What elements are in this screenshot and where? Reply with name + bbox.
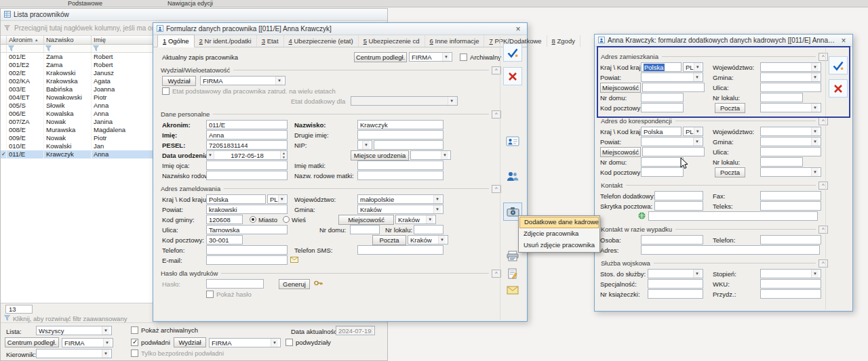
wojewodztwo-dropdown[interactable]: małopolskie▼ (357, 194, 443, 204)
nazw-rodowe-matki-field[interactable] (357, 171, 443, 180)
www-field[interactable] (648, 211, 818, 221)
kod-kraju-dropdown[interactable]: PL▼ (267, 194, 288, 204)
kod-gminy-field[interactable]: 120608 (206, 215, 243, 224)
email-field[interactable] (206, 255, 288, 265)
nazwisko-field[interactable]: Krawczyk (357, 120, 443, 129)
kor-nr-domu-field[interactable] (641, 157, 684, 167)
centrum-filter-dropdown[interactable]: FIRMA▼ (62, 338, 113, 347)
imie-matki-field[interactable] (357, 161, 443, 170)
kor-miejscowosc-button[interactable]: Miejscowość (600, 147, 641, 157)
spinner-icon[interactable]: ▲▼ (280, 151, 287, 159)
employees-button[interactable] (503, 167, 522, 185)
kierownik-dropdown[interactable]: ▼ (36, 349, 112, 358)
zam-poczta-dropdown[interactable]: ▼ (760, 103, 821, 112)
miejsce-urodzenia-button[interactable]: Miejsce urodzenia (351, 150, 409, 161)
gmina-dropdown[interactable]: Kraków▼ (357, 205, 443, 214)
zam-gmina-dropdown[interactable]: ▼ (760, 72, 821, 82)
kor-nr-lokalu-field[interactable] (760, 157, 803, 167)
nr-lokalu-field[interactable] (414, 225, 443, 234)
przydz-field[interactable] (760, 289, 821, 299)
stos-do-sluzby-dropdown[interactable]: ▼ (648, 269, 703, 278)
miejsce-urodzenia-dropdown[interactable]: ▼ (410, 150, 451, 160)
kor-poczta-dropdown[interactable]: ▼ (760, 167, 821, 177)
filter-funnel-icon[interactable] (7, 45, 44, 53)
tab-8[interactable]: 8 Zgody (547, 35, 580, 47)
tab-2[interactable]: 2 Nr ident./podatki (195, 35, 257, 47)
kor-wojewodztwo-dropdown[interactable]: ▼ (760, 127, 821, 136)
generuj-button[interactable]: Generuj (279, 279, 310, 289)
edit-document-button[interactable] (503, 264, 522, 282)
nip-prefix-dropdown[interactable]: ▼ (357, 140, 372, 150)
nr-ksiazeczki-field[interactable] (648, 289, 703, 299)
data-urodzenia-field[interactable]: ▼ 1972-05-18 ▲▼ (206, 150, 288, 160)
drugie-imie-field[interactable] (357, 130, 443, 140)
fax-field[interactable] (760, 191, 821, 200)
akronim-field[interactable]: 011/E (206, 120, 288, 129)
pokaz-archiwalnych-checkbox[interactable]: Pokaż archiwalnych (131, 326, 198, 334)
cancel-button[interactable] (829, 79, 848, 98)
kor-kod-pocztowy-field[interactable] (641, 167, 684, 177)
save-button[interactable] (503, 43, 522, 62)
centrum-podlegl-button[interactable]: Centrum podległ. (354, 52, 407, 62)
cancel-button[interactable] (503, 67, 522, 85)
menu-item[interactable]: Dodatkowe dane kadrowe (519, 217, 599, 228)
teleks-field[interactable] (760, 201, 821, 211)
data-aktualnosci-field[interactable]: 2024-07-19▲▼ (336, 326, 375, 335)
telefon-dodatkowy-field[interactable] (654, 191, 703, 200)
nip-field[interactable] (374, 140, 443, 150)
kor-kraj-field[interactable]: Polska (641, 127, 682, 136)
column-header-marker[interactable] (1, 36, 7, 45)
centrum-podlegl-filter-button[interactable]: Centrum podległ. (5, 337, 59, 347)
etat-podstawowy-checkbox[interactable] (162, 87, 170, 95)
zam-wojewodztwo-dropdown[interactable]: ▼ (760, 62, 821, 72)
wypadek-adres-field[interactable] (641, 245, 820, 255)
zam-poczta-button[interactable]: Poczta (715, 103, 745, 113)
tab-5[interactable]: 5 Ubezpieczenie cd (359, 35, 425, 47)
podwladni-checkbox[interactable]: podwładni (131, 339, 170, 346)
osoba-field[interactable] (641, 235, 703, 245)
kor-miejscowosc-field[interactable] (642, 147, 705, 156)
podwydzialy-checkbox[interactable]: podwydziały (285, 339, 331, 346)
kor-ulica-field[interactable] (760, 147, 821, 156)
tab-6[interactable]: 6 Inne informacje (425, 35, 485, 47)
lista-dropdown[interactable]: Wszyscy▼ (36, 326, 112, 335)
employee-card-button[interactable] (503, 131, 522, 150)
tab-4[interactable]: 4 Ubezpieczenie (etat) (284, 35, 359, 47)
zam-kod-pocztowy-field[interactable] (641, 103, 684, 112)
wydzial-button[interactable]: Wydział (162, 76, 196, 86)
filter-funnel-icon[interactable] (92, 45, 156, 53)
kor-poczta-button[interactable]: Poczta (715, 167, 745, 177)
wydzial-filter-button[interactable]: Wydział (174, 337, 206, 347)
zam-nr-lokalu-field[interactable] (760, 93, 803, 102)
telefon-field[interactable] (206, 245, 288, 255)
zam-kraj-field[interactable]: Polska (641, 62, 682, 72)
stopien-dropdown[interactable]: ▼ (760, 269, 821, 278)
ribbon-tab-podstawowe[interactable]: Podstawowe (68, 0, 102, 7)
kraj-field[interactable]: Polska (206, 194, 266, 204)
kod-pocztowy-field[interactable]: 30-001 (206, 235, 243, 245)
close-icon[interactable]: × (838, 35, 849, 46)
filter-funnel-icon[interactable] (44, 45, 92, 53)
pesel-field[interactable]: 72051831144 (206, 140, 288, 150)
column-header-nazwisko[interactable]: Nazwisko (44, 36, 92, 45)
zam-miejscowosc-field[interactable] (642, 83, 705, 92)
filter-funnel-icon[interactable] (4, 315, 10, 322)
menu-item[interactable]: Zdjęcie pracownika (519, 228, 599, 240)
imie-ojca-field[interactable] (206, 161, 288, 170)
zam-nr-domu-field[interactable] (641, 93, 684, 102)
etat-dodatkowy-dropdown[interactable]: ▼ (351, 96, 458, 106)
kor-powiat-dropdown[interactable]: ▼ (641, 137, 703, 146)
wypadek-telefon-field[interactable] (760, 235, 821, 245)
centrum-dropdown[interactable]: FIRMA▼ (409, 52, 452, 62)
poczta-button[interactable]: Poczta (372, 235, 406, 245)
tylko-bezposredni-checkbox[interactable]: Tylko bezpośredni podwładni (131, 349, 224, 357)
specjalnosc-field[interactable] (648, 279, 703, 289)
miejscowosc-dropdown[interactable]: Kraków▼ (395, 215, 436, 224)
column-header-imię[interactable]: Imię (92, 36, 156, 45)
ribbon-tab-nawigacja-edycji[interactable]: Nawigacja edycji (167, 0, 213, 7)
tab-3[interactable]: 3 Etat (257, 35, 284, 47)
nr-domu-field[interactable] (350, 225, 380, 234)
close-icon[interactable]: × (513, 24, 524, 35)
advanced-filter-hint[interactable]: Kliknij, aby rozwinąć filtr zaawansowany (13, 315, 127, 322)
miasto-radio[interactable] (250, 216, 256, 223)
